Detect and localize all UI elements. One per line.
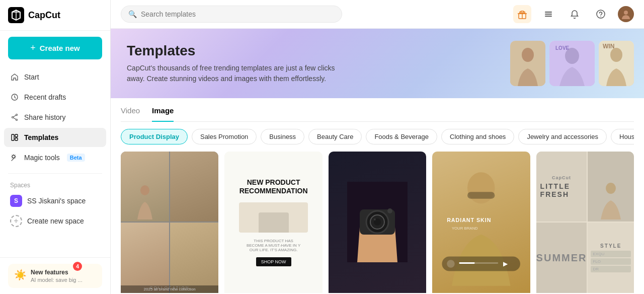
home-icon — [10, 72, 19, 82]
help-icon-button[interactable] — [592, 5, 610, 23]
svg-point-4 — [12, 117, 14, 118]
sidebar-item-templates-label: Templates — [24, 133, 58, 141]
sidebar-item-recent-label: Recent drafts — [24, 93, 66, 101]
category-pill-jewelry-accessories[interactable]: Jewelry and accessories — [518, 129, 607, 144]
svg-text:RADIANT SKIN: RADIANT SKIN — [447, 217, 491, 223]
user-avatar[interactable] — [618, 6, 634, 22]
create-new-button[interactable]: + Create new — [8, 37, 102, 59]
svg-text:▶: ▶ — [503, 260, 508, 267]
create-new-label: Create new — [40, 44, 80, 52]
svg-point-42 — [606, 183, 616, 194]
sidebar-bottom: ☀️ New features AI model: save big ... 4 — [0, 257, 110, 294]
features-text: New features AI model: save big ... — [31, 269, 96, 283]
template-card-skincare[interactable]: RADIANT SKIN YOUR BRAND ▶ Skin Care Fash… — [432, 152, 530, 294]
svg-text:YOUR BRAND: YOUR BRAND — [452, 226, 478, 231]
svg-rect-40 — [459, 262, 475, 264]
svg-point-31 — [374, 218, 376, 220]
templates-grid: COLLOCATION 2025 all brand new collectio… — [121, 152, 634, 294]
svg-rect-12 — [545, 16, 552, 17]
sidebar-item-share-history[interactable]: Share history — [4, 108, 106, 127]
sun-icon: ☀️ — [14, 269, 27, 281]
banner-title: Templates — [127, 43, 628, 59]
search-input[interactable] — [141, 10, 335, 18]
new-features-card[interactable]: ☀️ New features AI model: save big ... 4 — [8, 264, 102, 288]
notification-badge: 4 — [73, 262, 82, 271]
svg-point-3 — [16, 119, 18, 121]
sidebar-item-start[interactable]: Start — [4, 67, 106, 87]
sidebar-item-templates[interactable]: Templates — [4, 128, 106, 147]
sidebar-divider — [8, 173, 102, 174]
logo-text: CapCut — [28, 10, 60, 21]
gift-icon-button[interactable] — [513, 5, 531, 23]
category-pills: Product Display Sales Promotion Business… — [121, 122, 634, 152]
beta-badge: Beta — [67, 154, 85, 162]
svg-point-2 — [16, 114, 18, 116]
features-title: New features — [31, 269, 96, 276]
category-pill-clothing-shoes[interactable]: Clothing and shoes — [441, 129, 514, 144]
sidebar-item-ss-jiskani[interactable]: S SS Jiskani's space — [4, 191, 106, 211]
top-bar-icons — [513, 5, 634, 23]
template-thumb-3 — [329, 152, 426, 293]
template-thumb-2: NEW PRODUCTRECOMMENDATION THIS PRODUCT H… — [224, 152, 322, 293]
plus-circle-icon: + — [10, 215, 22, 227]
category-pill-household[interactable]: Housef... — [611, 129, 634, 144]
svg-rect-5 — [12, 134, 14, 140]
category-pill-sales-promotion[interactable]: Sales Promotion — [192, 129, 257, 144]
banner-subtitle: CapCut's thousands of free trending temp… — [127, 63, 338, 84]
shop-now-label: SHOP NOW — [256, 257, 291, 266]
main-content: 🔍 Templates CapCut's thousands of f — [111, 0, 644, 294]
new-product-sub: THIS PRODUCT HASBECOME A MUST-HAVE IN YO… — [247, 239, 300, 252]
templates-icon — [10, 133, 19, 142]
magic-icon — [10, 153, 19, 162]
spaces-label: Spaces — [0, 178, 110, 191]
tab-video[interactable]: Video — [121, 106, 140, 122]
sidebar-item-recent-drafts[interactable]: Recent drafts — [4, 88, 106, 107]
logo-area: CapCut — [0, 0, 110, 31]
list-icon-button[interactable] — [539, 5, 557, 23]
template-card-collocation[interactable]: COLLOCATION 2025 all brand new collectio… — [121, 152, 218, 294]
template-thumb-5: CapCut LITTLE FRESH SUMMER STYLE EXQU FL… — [536, 152, 634, 293]
category-pill-beauty-care[interactable]: Beauty Care — [308, 129, 362, 144]
category-pill-foods-beverage[interactable]: Foods & Beverage — [366, 129, 437, 144]
tab-image[interactable]: Image — [152, 106, 174, 122]
template-card-new-product[interactable]: NEW PRODUCTRECOMMENDATION THIS PRODUCT H… — [224, 152, 322, 294]
template-card-fashion[interactable]: CapCut LITTLE FRESH SUMMER STYLE EXQU FL… — [536, 152, 634, 294]
svg-point-38 — [447, 260, 455, 268]
clock-icon — [10, 93, 19, 102]
top-bar: 🔍 — [111, 0, 644, 29]
new-product-title: NEW PRODUCTRECOMMENDATION — [239, 178, 308, 195]
sidebar: CapCut + Create new Start Recent drafts … — [0, 0, 111, 294]
svg-rect-6 — [15, 134, 18, 137]
content-area: Video Image Product Display Sales Promot… — [111, 98, 644, 294]
search-icon: 🔍 — [128, 10, 137, 18]
template-thumb-4: RADIANT SKIN YOUR BRAND ▶ — [432, 152, 530, 293]
search-box[interactable]: 🔍 — [121, 6, 342, 23]
svg-rect-11 — [545, 14, 552, 15]
tabs-row: Video Image — [121, 98, 634, 122]
template-thumb-1: COLLOCATION 2025 all brand new collectio… — [121, 152, 218, 293]
template-card-electronics[interactable]: High-Quality Electronics — [329, 152, 426, 294]
svg-point-33 — [467, 172, 495, 203]
space-avatar: S — [10, 195, 22, 207]
svg-point-25 — [140, 185, 149, 195]
sidebar-item-magic-label: Magic tools — [24, 154, 60, 162]
category-pill-business[interactable]: Business — [261, 129, 304, 144]
svg-point-16 — [624, 11, 628, 15]
category-pill-product-display[interactable]: Product Display — [121, 129, 188, 144]
svg-point-32 — [387, 208, 392, 213]
sidebar-nav: Start Recent drafts Share history Templa… — [0, 65, 110, 169]
create-new-space-item[interactable]: + Create new space — [4, 211, 106, 231]
svg-rect-34 — [467, 192, 495, 199]
banner: Templates CapCut's thousands of free tre… — [111, 29, 644, 98]
svg-rect-10 — [545, 12, 552, 13]
svg-point-14 — [600, 16, 601, 17]
sidebar-item-share-label: Share history — [24, 113, 65, 121]
sidebar-item-start-label: Start — [24, 73, 39, 81]
features-subtitle: AI model: save big ... — [31, 277, 96, 283]
plus-icon: + — [30, 43, 36, 53]
sidebar-item-magic-tools[interactable]: Magic tools Beta — [4, 148, 106, 167]
create-space-label: Create new space — [27, 217, 84, 225]
bell-icon-button[interactable] — [566, 5, 584, 23]
svg-rect-7 — [15, 138, 18, 140]
capcut-logo-icon — [8, 7, 24, 23]
